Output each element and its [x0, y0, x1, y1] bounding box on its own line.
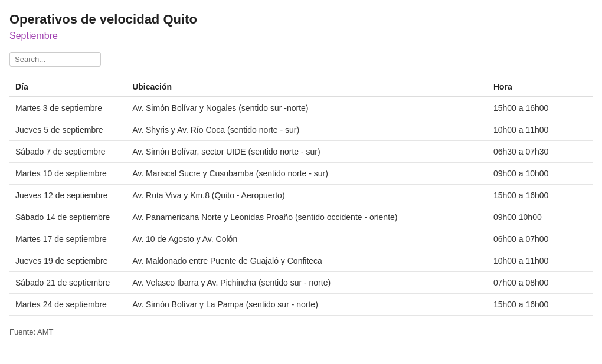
cell-ubicacion: Av. Simón Bolívar, sector UIDE (sentido …	[126, 141, 488, 163]
table-row: Jueves 5 de septiembreAv. Shyris y Av. R…	[9, 119, 593, 141]
cell-hora: 15h00 a 16h00	[488, 97, 593, 119]
cell-ubicacion: Av. Velasco Ibarra y Av. Pichincha (sent…	[126, 272, 488, 294]
table-row: Sábado 21 de septiembreAv. Velasco Ibarr…	[9, 272, 593, 294]
cell-ubicacion: Av. Shyris y Av. Río Coca (sentido norte…	[126, 119, 488, 141]
page-subtitle: Septiembre	[9, 31, 593, 41]
cell-dia: Martes 24 de septiembre	[9, 294, 126, 316]
cell-dia: Martes 17 de septiembre	[9, 228, 126, 250]
cell-hora: 06h00 a 07h00	[488, 228, 593, 250]
header-dia: Día	[9, 77, 126, 97]
search-container	[9, 52, 593, 67]
cell-ubicacion: Av. 10 de Agosto y Av. Colón	[126, 228, 488, 250]
cell-dia: Sábado 14 de septiembre	[9, 206, 126, 228]
table-row: Jueves 12 de septiembreAv. Ruta Viva y K…	[9, 185, 593, 206]
table-row: Martes 10 de septiembreAv. Mariscal Sucr…	[9, 163, 593, 185]
cell-dia: Jueves 19 de septiembre	[9, 250, 126, 272]
table-row: Martes 24 de septiembreAv. Simón Bolívar…	[9, 294, 593, 316]
table-row: Sábado 14 de septiembreAv. Panamericana …	[9, 206, 593, 228]
cell-dia: Martes 3 de septiembre	[9, 97, 126, 119]
cell-dia: Jueves 12 de septiembre	[9, 185, 126, 206]
cell-dia: Jueves 5 de septiembre	[9, 119, 126, 141]
table-header-row: Día Ubicación Hora	[9, 77, 593, 97]
cell-hora: 07h00 a 08h00	[488, 272, 593, 294]
cell-ubicacion: Av. Simón Bolívar y Nogales (sentido sur…	[126, 97, 488, 119]
cell-dia: Sábado 21 de septiembre	[9, 272, 126, 294]
table-row: Sábado 7 de septiembreAv. Simón Bolívar,…	[9, 141, 593, 163]
cell-hora: 06h30 a 07h30	[488, 141, 593, 163]
cell-dia: Martes 10 de septiembre	[9, 163, 126, 185]
header-ubicacion: Ubicación	[126, 77, 488, 97]
cell-hora: 09h00 a 10h00	[488, 163, 593, 185]
page-title: Operativos de velocidad Quito	[9, 12, 593, 27]
cell-hora: 09h00 10h00	[488, 206, 593, 228]
table-row: Martes 17 de septiembreAv. 10 de Agosto …	[9, 228, 593, 250]
cell-hora: 15h00 a 16h00	[488, 294, 593, 316]
cell-hora: 10h00 a 11h00	[488, 119, 593, 141]
cell-ubicacion: Av. Mariscal Sucre y Cusubamba (sentido …	[126, 163, 488, 185]
cell-ubicacion: Av. Simón Bolívar y La Pampa (sentido su…	[126, 294, 488, 316]
schedule-table: Día Ubicación Hora Martes 3 de septiembr…	[9, 77, 593, 316]
cell-hora: 15h00 a 16h00	[488, 185, 593, 206]
cell-ubicacion: Av. Maldonado entre Puente de Guajaló y …	[126, 250, 488, 272]
table-row: Jueves 19 de septiembreAv. Maldonado ent…	[9, 250, 593, 272]
source-label: Fuente: AMT	[9, 327, 593, 336]
cell-ubicacion: Av. Panamericana Norte y Leonidas Proaño…	[126, 206, 488, 228]
search-input[interactable]	[9, 52, 101, 67]
cell-dia: Sábado 7 de septiembre	[9, 141, 126, 163]
cell-ubicacion: Av. Ruta Viva y Km.8 (Quito - Aeropuerto…	[126, 185, 488, 206]
table-row: Martes 3 de septiembreAv. Simón Bolívar …	[9, 97, 593, 119]
header-hora: Hora	[488, 77, 593, 97]
cell-hora: 10h00 a 11h00	[488, 250, 593, 272]
